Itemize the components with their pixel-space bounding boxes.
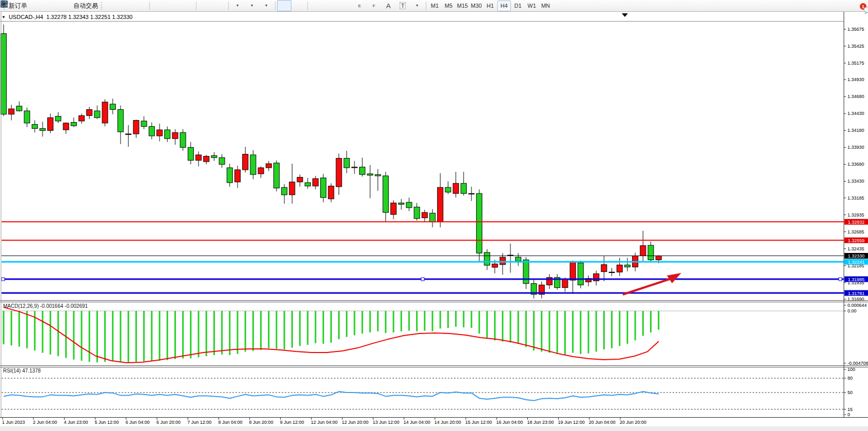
candlestick [578,261,583,288]
candle-body [258,168,264,174]
timeframe-button-MN[interactable]: MN [539,1,553,11]
candle-body [196,155,202,161]
candle-body [1,34,7,114]
candle-body [438,187,443,222]
bar-chart-mode-button[interactable] [105,0,119,11]
strategy-signal-button[interactable] [57,0,72,11]
candle-body [40,128,46,130]
candle-body [9,109,14,114]
candle-body [297,177,303,182]
price-axis-drag-zone[interactable] [844,12,868,417]
candle-body [55,116,61,121]
timeframe-button-M1[interactable]: M1 [428,1,442,11]
line-chart-mode-button[interactable] [133,0,148,11]
vertical-line-tool-button[interactable] [309,0,324,11]
arrows-tool-button[interactable]: ▾ [410,0,424,11]
timeframe-button-H1[interactable]: H1 [483,1,497,11]
chart-shift-button[interactable] [212,0,227,11]
indicators-caret-icon: ▾ [236,4,239,8]
timeframe-button-H4[interactable]: H4 [497,1,511,11]
text-tool-button[interactable]: A [381,0,396,11]
terminal-button[interactable] [43,0,57,11]
timeframe-button-M5[interactable]: M5 [442,1,456,11]
autotrading-label: 自动交易 [73,2,98,10]
candle-body [157,130,163,136]
timeframe-button-W1[interactable]: W1 [525,1,539,11]
arrows-caret-icon: ▾ [416,4,418,8]
candle-body [266,164,271,168]
chart-symbol-title: USDCAD-,H4 [9,14,43,20]
candle-body [313,179,319,186]
horizontal-line-tool-button[interactable] [324,0,338,11]
zoom-out-button[interactable] [166,0,180,11]
candle-body [250,155,256,174]
candle-body [126,134,131,134]
candle-body [63,123,69,130]
cursor-tool-button[interactable] [277,0,291,11]
fibonacci-tool-button[interactable]: F [367,0,381,11]
chart-canvas[interactable]: 0.0006440.00-0.00470810080501501.356751.… [0,0,868,431]
candle-body [204,156,209,162]
toolbar-gripper[interactable] [101,2,103,10]
hline-drag-handle[interactable] [2,278,5,281]
candle-body [562,279,568,288]
periods-button[interactable]: ▾ [245,0,259,11]
trendline-tool-button[interactable] [338,0,352,11]
channel-tool-button[interactable]: E [352,0,367,11]
text-label-tool-button[interactable]: T [396,0,410,11]
new-order-button[interactable]: 新订单 [7,0,29,11]
autotrading-button[interactable]: 自动交易 [72,0,100,11]
candle-body [492,264,498,267]
macd-values: -0.001664 -0.002691 [40,303,88,309]
candle-body [71,123,76,126]
one-click-trading-toggle[interactable]: ▼ [2,15,6,19]
periods-caret-icon: ▾ [251,4,253,8]
candle-body [477,193,482,253]
timeframe-button-D1[interactable]: D1 [511,1,525,11]
crosshair-tool-button[interactable] [291,0,306,11]
candle-body [422,212,427,218]
candle-body [461,183,466,193]
toolbar: 新订单 自动交易 [0,0,868,12]
candle-body [305,183,310,186]
chart-ohlc-values: 1.32278 1.32343 1.32251 1.32330 [46,14,132,20]
chart-header: ▼ USDCAD-,H4 1.32278 1.32343 1.32251 1.3… [2,13,132,21]
toolbar-separator [149,2,150,10]
candle-body [344,158,349,167]
timeframe-button-M30[interactable]: M30 [469,1,483,11]
timeframe-button-M15[interactable]: M15 [456,1,469,11]
text-label-icon: T [400,2,406,9]
candlestick [477,189,482,262]
candle-chart-mode-button[interactable] [119,0,133,11]
candle-body [453,183,459,193]
market-watch-button[interactable] [29,0,43,11]
time-axis-drag-zone[interactable] [0,418,844,427]
candle-body [500,257,505,265]
candle-body [609,272,615,272]
search-icon[interactable] [0,0,9,9]
rsi-name: RSI(14) [3,368,21,374]
candle-body [243,154,248,170]
candle-body [360,167,365,175]
toolbar-separator [307,2,308,10]
templates-button[interactable]: ▾ [259,0,273,11]
macd-name: MACD(12,26,9) [3,303,38,309]
indicators-button[interactable]: ▾ [230,0,245,11]
candle-body [180,132,186,147]
candle-body [578,263,583,285]
candlestick [102,100,108,127]
candle-body [570,262,576,280]
hline-drag-handle[interactable] [839,278,842,281]
candle-body [656,256,661,260]
hline-drag-handle[interactable] [421,278,424,281]
tile-windows-button[interactable] [180,0,194,11]
candle-body [48,117,53,130]
templates-caret-icon: ▾ [265,4,267,8]
toolbar-separator [196,2,196,10]
candle-body [133,121,139,134]
candle-body [469,193,475,194]
zoom-in-button[interactable] [151,0,166,11]
auto-scroll-button[interactable] [198,0,212,11]
candle-body [352,167,358,168]
candlestick [274,160,280,191]
